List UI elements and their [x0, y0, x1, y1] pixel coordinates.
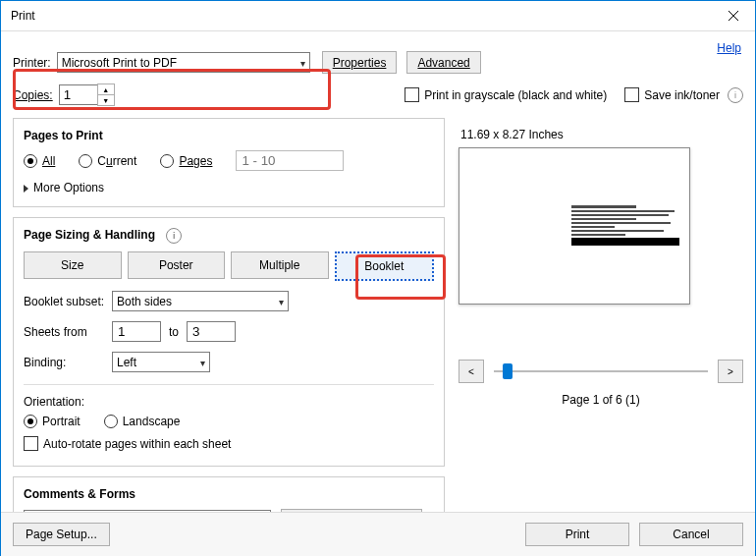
- properties-button-label: Properties: [333, 56, 387, 70]
- binding-select[interactable]: Left ▾: [112, 352, 210, 372]
- grayscale-label: Print in grayscale (black and white): [424, 88, 607, 102]
- radio-portrait-label: Portrait: [42, 415, 81, 428]
- window-title: Print: [11, 9, 35, 23]
- titlebar: Print: [1, 1, 755, 31]
- chevron-down-icon: ▾: [300, 57, 305, 68]
- next-page-button[interactable]: >: [718, 360, 743, 383]
- spinner-up-icon[interactable]: ▲: [98, 84, 114, 95]
- radio-pages[interactable]: Pages: [160, 154, 212, 168]
- preview-dimensions: 11.69 x 8.27 Inches: [460, 128, 743, 141]
- cancel-button-label: Cancel: [673, 528, 709, 541]
- autorotate-checkbox[interactable]: Auto-rotate pages within each sheet: [24, 436, 231, 451]
- slider-thumb[interactable]: [503, 363, 513, 379]
- triangle-right-icon: [24, 185, 28, 193]
- printer-label: Printer:: [13, 56, 51, 70]
- booklet-subset-value: Both sides: [117, 295, 172, 308]
- multiple-button[interactable]: Multiple: [231, 251, 329, 279]
- close-button[interactable]: [711, 1, 755, 30]
- sheets-from-input[interactable]: [112, 321, 161, 342]
- sizing-title: Page Sizing & Handling i: [24, 228, 434, 244]
- dialog-footer: Page Setup... Print Cancel: [1, 512, 755, 556]
- page-slider[interactable]: [494, 361, 708, 382]
- radio-landscape[interactable]: Landscape: [104, 415, 181, 428]
- info-icon[interactable]: i: [728, 87, 743, 103]
- page-range-input[interactable]: [236, 150, 344, 171]
- copies-spinner[interactable]: ▲▼: [97, 83, 115, 106]
- info-icon[interactable]: i: [166, 228, 182, 244]
- sizing-section: Page Sizing & Handling i Size Poster Mul…: [13, 217, 445, 467]
- prev-page-button[interactable]: <: [459, 360, 484, 383]
- spinner-down-icon[interactable]: ▼: [98, 95, 114, 105]
- properties-button[interactable]: Properties: [322, 51, 398, 74]
- cancel-button[interactable]: Cancel: [639, 523, 743, 546]
- chevron-left-icon: <: [468, 366, 474, 377]
- sheets-to-label: to: [169, 325, 179, 339]
- save-ink-label: Save ink/toner: [644, 88, 720, 102]
- pages-to-print-section: Pages to Print All Current Pages More Op…: [13, 118, 445, 207]
- size-button-label: Size: [61, 258, 83, 272]
- radio-all[interactable]: All: [24, 154, 55, 168]
- checkbox-icon: [24, 436, 38, 451]
- size-button[interactable]: Size: [24, 251, 122, 279]
- help-link[interactable]: Help: [717, 41, 741, 55]
- preview-page: [459, 147, 690, 305]
- advanced-button[interactable]: Advanced: [406, 51, 480, 74]
- document-thumbnail: [571, 205, 679, 248]
- copies-label: Copies:: [13, 88, 53, 102]
- preview-pane: 11.69 x 8.27 Inches < >: [459, 118, 743, 554]
- print-dialog: Print Help Printer: Microsoft Print to P…: [0, 0, 756, 556]
- sheets-to-input[interactable]: [187, 321, 236, 342]
- grayscale-checkbox[interactable]: Print in grayscale (black and white): [405, 87, 607, 102]
- orientation-title: Orientation:: [24, 395, 434, 409]
- print-button[interactable]: Print: [525, 523, 629, 546]
- chevron-down-icon: ▾: [279, 296, 284, 306]
- page-setup-label: Page Setup...: [26, 528, 97, 541]
- booklet-button[interactable]: Booklet: [335, 251, 435, 281]
- binding-label: Binding:: [24, 356, 112, 369]
- poster-button-label: Poster: [159, 258, 193, 272]
- more-options-label: More Options: [33, 181, 104, 195]
- radio-current[interactable]: Current: [79, 154, 136, 168]
- printer-select[interactable]: Microsoft Print to PDF ▾: [57, 52, 310, 73]
- chevron-down-icon: ▾: [200, 357, 205, 367]
- radio-pages-label: Pages: [179, 154, 212, 168]
- radio-all-label: All: [42, 154, 55, 168]
- poster-button[interactable]: Poster: [128, 251, 226, 279]
- printer-select-value: Microsoft Print to PDF: [62, 56, 177, 70]
- more-options-toggle[interactable]: More Options: [24, 181, 434, 195]
- page-indicator: Page 1 of 6 (1): [459, 393, 743, 407]
- close-icon: [729, 11, 738, 21]
- sheets-from-label: Sheets from: [24, 325, 112, 339]
- radio-landscape-label: Landscape: [123, 415, 181, 428]
- binding-value: Left: [117, 356, 136, 369]
- advanced-button-label: Advanced: [417, 56, 469, 70]
- multiple-button-label: Multiple: [259, 258, 299, 272]
- booklet-button-label: Booklet: [364, 259, 404, 273]
- print-button-label: Print: [566, 528, 590, 541]
- copies-input[interactable]: [59, 84, 98, 105]
- page-setup-button[interactable]: Page Setup...: [13, 523, 110, 546]
- radio-portrait[interactable]: Portrait: [24, 415, 81, 428]
- chevron-right-icon: >: [728, 366, 733, 377]
- booklet-subset-label: Booklet subset:: [24, 295, 112, 308]
- checkbox-icon: [405, 87, 419, 102]
- checkbox-icon: [624, 87, 639, 102]
- comments-title: Comments & Forms: [24, 487, 434, 501]
- save-ink-checkbox[interactable]: Save ink/toner: [624, 87, 720, 102]
- autorotate-label: Auto-rotate pages within each sheet: [43, 437, 231, 451]
- pages-title: Pages to Print: [24, 129, 434, 142]
- radio-current-label: Current: [97, 154, 136, 168]
- booklet-subset-select[interactable]: Both sides ▾: [112, 291, 289, 311]
